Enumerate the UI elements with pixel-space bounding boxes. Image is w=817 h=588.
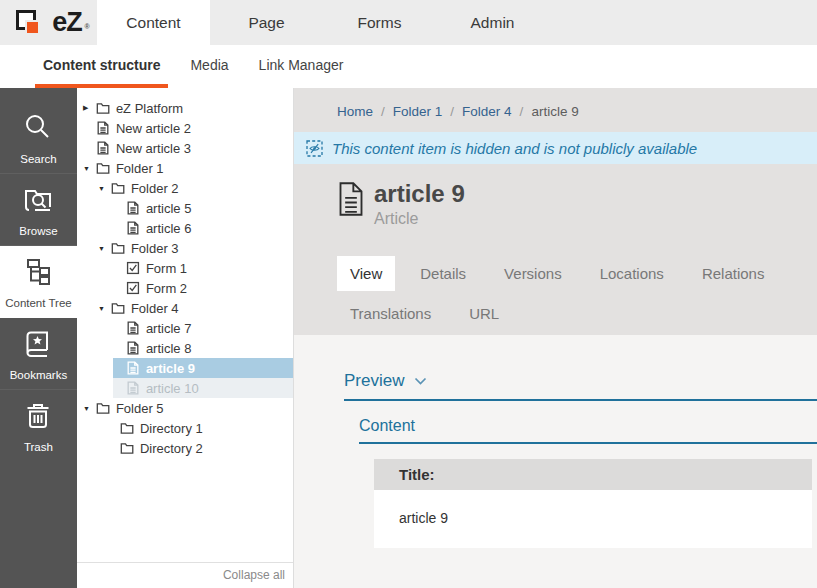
tree-item-article-9-selected[interactable]: article 9 bbox=[113, 358, 293, 378]
tab-url[interactable]: URL bbox=[456, 296, 512, 331]
form-icon bbox=[126, 281, 140, 295]
browse-icon bbox=[21, 183, 55, 225]
sidebar-item-content-tree[interactable]: Content Tree bbox=[0, 246, 77, 318]
tree-item-form-1[interactable]: Form 1 bbox=[113, 258, 293, 278]
notice-text: This content item is hidden and is not p… bbox=[332, 140, 697, 157]
folder-icon bbox=[111, 241, 125, 255]
tab-relations[interactable]: Relations bbox=[689, 256, 778, 291]
folder-icon bbox=[120, 441, 134, 455]
ez-logo[interactable]: eZ ® bbox=[0, 0, 97, 45]
expand-arrow-icon[interactable] bbox=[83, 104, 96, 112]
tree-item-directory-2[interactable]: Directory 2 bbox=[107, 438, 293, 458]
article-icon bbox=[96, 141, 110, 155]
tree-item-article-6[interactable]: article 6 bbox=[113, 218, 293, 238]
content-title-block: article 9 Article bbox=[337, 181, 817, 228]
tree-item-new-article-3[interactable]: New article 3 bbox=[83, 138, 293, 158]
tab-view[interactable]: View bbox=[337, 256, 395, 291]
expand-arrow-icon[interactable] bbox=[98, 185, 111, 192]
tree-item-folder-2[interactable]: Folder 2 bbox=[98, 178, 293, 198]
article-icon bbox=[337, 181, 365, 228]
article-icon bbox=[126, 381, 140, 395]
tree-item-article-7[interactable]: article 7 bbox=[113, 318, 293, 338]
subnav-media[interactable]: Media bbox=[182, 45, 236, 88]
expand-arrow-icon[interactable] bbox=[98, 305, 111, 312]
folder-icon bbox=[120, 421, 134, 435]
top-tab-page[interactable]: Page bbox=[210, 0, 323, 45]
content-tree-icon bbox=[21, 255, 55, 297]
sidebar-item-bookmarks[interactable]: Bookmarks bbox=[0, 318, 77, 390]
tab-details[interactable]: Details bbox=[407, 256, 479, 291]
article-icon bbox=[126, 201, 140, 215]
main-content: Home / Folder 1 / Folder 4 / article 9 T… bbox=[294, 88, 817, 588]
page-title: article 9 bbox=[374, 181, 465, 207]
ez-logo-icon bbox=[15, 7, 47, 39]
preview-section-toggle[interactable]: Preview bbox=[344, 371, 817, 401]
top-nav: Content Page Forms Admin bbox=[97, 0, 549, 45]
view-tab-content: Preview Content Title: article 9 bbox=[294, 335, 817, 588]
field-table: Title: article 9 bbox=[374, 459, 812, 548]
top-tab-admin[interactable]: Admin bbox=[436, 0, 549, 45]
content-fieldgroup-header: Content bbox=[359, 417, 817, 444]
subnav-content-structure[interactable]: Content structure bbox=[35, 45, 168, 88]
tab-locations[interactable]: Locations bbox=[587, 256, 677, 291]
field-name-title: Title: bbox=[374, 459, 812, 490]
field-value-title: article 9 bbox=[374, 490, 812, 548]
tree-item-folder-3[interactable]: Folder 3 bbox=[98, 238, 293, 258]
breadcrumb: Home / Folder 1 / Folder 4 / article 9 bbox=[294, 88, 817, 119]
tree-item-article-5[interactable]: article 5 bbox=[113, 198, 293, 218]
tree-item-new-article-2[interactable]: New article 2 bbox=[83, 118, 293, 138]
tab-translations[interactable]: Translations bbox=[337, 296, 444, 331]
sub-nav: Content structure Media Link Manager bbox=[0, 45, 817, 88]
tree-item-folder-5[interactable]: Folder 5 bbox=[83, 398, 293, 418]
tab-versions[interactable]: Versions bbox=[491, 256, 575, 291]
expand-arrow-icon[interactable] bbox=[98, 245, 111, 252]
left-sidebar: Search Browse Content Tree Bookmarks Tra… bbox=[0, 88, 77, 588]
breadcrumb-home[interactable]: Home bbox=[337, 104, 373, 119]
tree-item-article-8[interactable]: article 8 bbox=[113, 338, 293, 358]
folder-icon bbox=[111, 181, 125, 195]
article-icon bbox=[126, 221, 140, 235]
article-icon bbox=[126, 361, 140, 375]
hidden-eye-icon bbox=[306, 140, 323, 157]
registered-mark: ® bbox=[85, 23, 89, 30]
form-icon bbox=[126, 261, 140, 275]
breadcrumb-separator: / bbox=[520, 104, 524, 119]
tree-item-directory-1[interactable]: Directory 1 bbox=[107, 418, 293, 438]
top-tab-forms[interactable]: Forms bbox=[323, 0, 436, 45]
article-icon bbox=[126, 341, 140, 355]
collapse-all-button[interactable]: Collapse all bbox=[77, 562, 293, 588]
article-icon bbox=[96, 121, 110, 135]
content-type-label: Article bbox=[374, 210, 465, 228]
trash-icon bbox=[21, 399, 55, 441]
ez-logo-text: eZ bbox=[52, 7, 82, 38]
tree-item-form-2[interactable]: Form 2 bbox=[113, 278, 293, 298]
sidebar-item-browse[interactable]: Browse bbox=[0, 174, 77, 246]
tree-item-article-10-hidden[interactable]: article 10 bbox=[113, 378, 293, 398]
breadcrumb-folder-1[interactable]: Folder 1 bbox=[393, 104, 443, 119]
tree-item-folder-4[interactable]: Folder 4 bbox=[98, 298, 293, 318]
breadcrumb-separator: / bbox=[381, 104, 385, 119]
content-tabs: View Details Versions Locations Relation… bbox=[337, 256, 817, 331]
breadcrumb-separator: / bbox=[450, 104, 454, 119]
chevron-down-icon bbox=[414, 377, 427, 386]
article-icon bbox=[126, 321, 140, 335]
content-tree-panel: eZ Platform New article 2 New article 3 … bbox=[77, 88, 294, 588]
top-bar: eZ ® Content Page Forms Admin bbox=[0, 0, 817, 45]
folder-icon bbox=[111, 301, 125, 315]
expand-arrow-icon[interactable] bbox=[83, 405, 96, 412]
breadcrumb-folder-4[interactable]: Folder 4 bbox=[462, 104, 512, 119]
folder-icon bbox=[96, 101, 110, 115]
hidden-content-notice: This content item is hidden and is not p… bbox=[294, 132, 817, 164]
tree-item-folder-1[interactable]: Folder 1 bbox=[83, 158, 293, 178]
folder-icon bbox=[96, 401, 110, 415]
subnav-link-manager[interactable]: Link Manager bbox=[251, 45, 352, 88]
folder-icon bbox=[96, 161, 110, 175]
tree-item-ez-platform[interactable]: eZ Platform bbox=[83, 98, 293, 118]
expand-arrow-icon[interactable] bbox=[83, 165, 96, 172]
bookmarks-icon bbox=[21, 327, 55, 369]
sidebar-item-trash[interactable]: Trash bbox=[0, 390, 77, 462]
top-tab-content[interactable]: Content bbox=[97, 0, 210, 45]
breadcrumb-current: article 9 bbox=[531, 104, 578, 119]
search-icon bbox=[21, 111, 55, 153]
sidebar-item-search[interactable]: Search bbox=[0, 102, 77, 174]
